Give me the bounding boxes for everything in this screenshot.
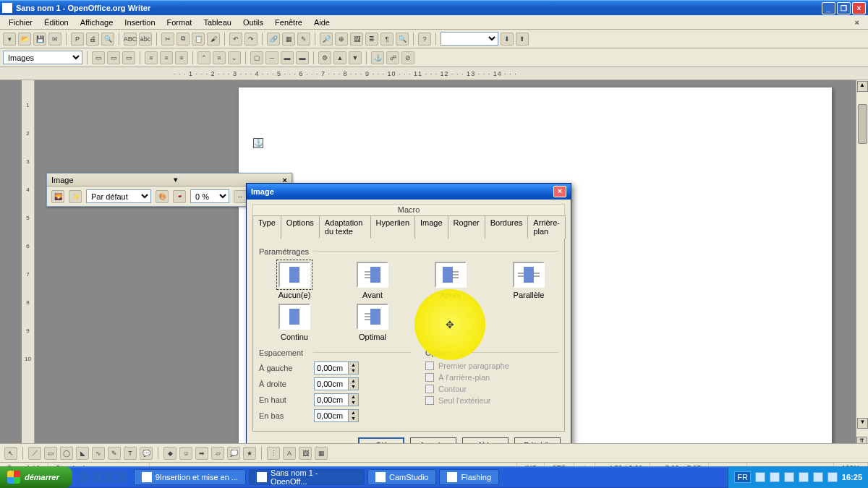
align-left-icon[interactable]: ≡ bbox=[145, 51, 158, 64]
window-close-button[interactable]: × bbox=[852, 2, 866, 14]
open-icon[interactable]: 📂 bbox=[18, 33, 31, 46]
wrap-parallel[interactable]: Parallèle bbox=[503, 262, 554, 299]
tray-icon[interactable] bbox=[827, 472, 838, 482]
tray-icon[interactable] bbox=[784, 472, 794, 482]
tray-icon[interactable] bbox=[755, 472, 765, 482]
email-icon[interactable]: ✉ bbox=[48, 33, 61, 46]
ellipse-icon[interactable]: ◯ bbox=[60, 447, 73, 460]
menu-insert[interactable]: Insertion bbox=[120, 17, 159, 28]
menu-edit[interactable]: Édition bbox=[40, 17, 73, 28]
tab-hyperlink[interactable]: Hyperlien bbox=[370, 215, 415, 239]
tab-image[interactable]: Image bbox=[414, 215, 448, 239]
filter-icon[interactable]: 🌄 bbox=[51, 190, 64, 203]
autospell-icon[interactable]: abc bbox=[139, 33, 152, 46]
zoom-icon[interactable]: 🔍 bbox=[396, 33, 409, 46]
search-down-icon[interactable]: ⬇ bbox=[501, 33, 514, 46]
fontwork-icon[interactable]: A bbox=[283, 447, 296, 460]
link-frame-icon[interactable]: ☍ bbox=[386, 51, 399, 64]
spin-up-icon[interactable]: ▲ bbox=[348, 362, 358, 368]
preview-icon[interactable]: 🔍 bbox=[101, 33, 114, 46]
clock[interactable]: 16:25 bbox=[842, 473, 862, 481]
menu-view[interactable]: Affichage bbox=[76, 17, 118, 28]
flowchart-icon[interactable]: ▱ bbox=[211, 447, 224, 460]
tab-wrap[interactable]: Adaptation du texte bbox=[319, 215, 371, 239]
menu-help[interactable]: Aide bbox=[310, 17, 334, 28]
format-paint-icon[interactable]: 🖌 bbox=[207, 33, 220, 46]
color-icon[interactable]: 🎨 bbox=[156, 190, 169, 203]
align-right-icon[interactable]: ≡ bbox=[175, 51, 188, 64]
curve-icon[interactable]: ∿ bbox=[92, 447, 105, 460]
tray-icon[interactable] bbox=[813, 472, 823, 482]
task-item-camstudio[interactable]: CamStudio bbox=[367, 469, 436, 485]
bg-color-icon[interactable]: ▬ bbox=[296, 51, 309, 64]
transparency-icon[interactable]: 🍷 bbox=[173, 190, 186, 203]
borders-icon[interactable]: ▢ bbox=[250, 51, 263, 64]
language-indicator[interactable]: FR bbox=[734, 471, 751, 483]
flip-h-icon[interactable]: ↔ bbox=[234, 190, 247, 203]
option-contour[interactable]: Contour bbox=[425, 385, 558, 393]
datasource-icon[interactable]: ≣ bbox=[365, 33, 378, 46]
line-icon[interactable]: ／ bbox=[28, 447, 41, 460]
document-close-icon[interactable]: × bbox=[851, 17, 864, 28]
ql-media-icon[interactable] bbox=[104, 472, 114, 482]
search-up-icon[interactable]: ⬆ bbox=[516, 33, 529, 46]
start-button[interactable]: démarrer bbox=[0, 466, 72, 488]
graphics-mode-select[interactable]: Par défaut bbox=[86, 189, 151, 203]
tab-options[interactable]: Options bbox=[281, 215, 320, 239]
ql-explorer-icon[interactable] bbox=[92, 472, 102, 482]
spin-down-icon[interactable]: ▼ bbox=[348, 368, 358, 374]
wrap-through-icon[interactable]: ▭ bbox=[122, 51, 135, 64]
bring-front-icon[interactable]: ▲ bbox=[333, 51, 346, 64]
text-icon[interactable]: T bbox=[124, 447, 137, 460]
vertical-scrollbar[interactable]: ▲ ▼ ⇈ ◉ ⇊ bbox=[856, 80, 868, 473]
copy-icon[interactable]: ⧉ bbox=[176, 33, 190, 46]
task-item-flashing[interactable]: Flashing bbox=[439, 469, 499, 485]
anchor-icon[interactable]: ⚓ bbox=[371, 51, 384, 64]
menu-format[interactable]: Format bbox=[163, 17, 197, 28]
pointer-icon[interactable]: ↖ bbox=[4, 447, 17, 460]
scroll-down-icon[interactable]: ▼ bbox=[857, 418, 868, 429]
top-icon[interactable]: ⌃ bbox=[197, 51, 210, 64]
toolbar-menu-icon[interactable]: ▾ bbox=[174, 175, 178, 184]
wrap-optimal[interactable]: Optimal bbox=[347, 304, 398, 341]
option-outside-only[interactable]: Seul l'extérieur bbox=[425, 396, 558, 405]
window-minimize-button[interactable]: _ bbox=[822, 2, 835, 14]
border-color-icon[interactable]: ▬ bbox=[281, 51, 294, 64]
paste-icon[interactable]: 📋 bbox=[192, 33, 205, 46]
wrap-through[interactable]: Continu bbox=[269, 304, 320, 341]
window-restore-button[interactable]: ❐ bbox=[837, 2, 851, 14]
polygon-icon[interactable]: ◣ bbox=[76, 447, 89, 460]
transparency-value[interactable]: 0 % bbox=[190, 189, 229, 203]
draw-icon[interactable]: ✎ bbox=[297, 33, 310, 46]
dialog-macro-label[interactable]: Macro bbox=[252, 204, 565, 215]
from-file-icon[interactable]: 🖼 bbox=[299, 447, 312, 460]
gallery-icon[interactable]: 🖼 bbox=[350, 33, 363, 46]
basic-shapes-icon[interactable]: ◆ bbox=[163, 447, 176, 460]
style-selector[interactable]: Images bbox=[3, 51, 82, 64]
ql-desktop-icon[interactable] bbox=[116, 472, 127, 482]
extrusion-icon[interactable]: ▦ bbox=[315, 447, 328, 460]
spacing-left-input[interactable]: ▲▼ bbox=[314, 361, 359, 374]
wrap-before[interactable]: Avant bbox=[347, 262, 398, 299]
checkbox-icon[interactable] bbox=[425, 361, 434, 370]
vertical-ruler[interactable]: 1 2 3 4 5 6 7 8 9 10 bbox=[22, 80, 35, 473]
wrap-none[interactable]: Aucun(e) bbox=[269, 262, 320, 299]
option-first-paragraph[interactable]: Premier paragraphe bbox=[425, 361, 558, 370]
dialog-title-bar[interactable]: Image × bbox=[247, 184, 571, 200]
tab-borders[interactable]: Bordures bbox=[485, 215, 529, 239]
help-icon[interactable]: ? bbox=[418, 33, 431, 46]
scroll-up-icon[interactable]: ▲ bbox=[857, 81, 868, 92]
menu-window[interactable]: Fenêtre bbox=[271, 17, 307, 28]
navigator-icon[interactable]: ⊕ bbox=[335, 33, 348, 46]
cut-icon[interactable]: ✂ bbox=[161, 33, 174, 46]
tray-icon[interactable] bbox=[799, 472, 809, 482]
tab-type[interactable]: Type bbox=[252, 215, 281, 239]
spacing-top-input[interactable]: ▲▼ bbox=[314, 393, 359, 406]
print-icon[interactable]: 🖨 bbox=[86, 33, 99, 46]
bottom-icon[interactable]: ⌄ bbox=[228, 51, 241, 64]
task-item-insertion[interactable]: 9Insertion et mise en ... bbox=[134, 469, 246, 485]
menu-tools[interactable]: Outils bbox=[239, 17, 268, 28]
undo-icon[interactable]: ↶ bbox=[229, 33, 242, 46]
wrap-after[interactable]: Après bbox=[425, 262, 476, 299]
dialog-close-icon[interactable]: × bbox=[553, 186, 566, 197]
